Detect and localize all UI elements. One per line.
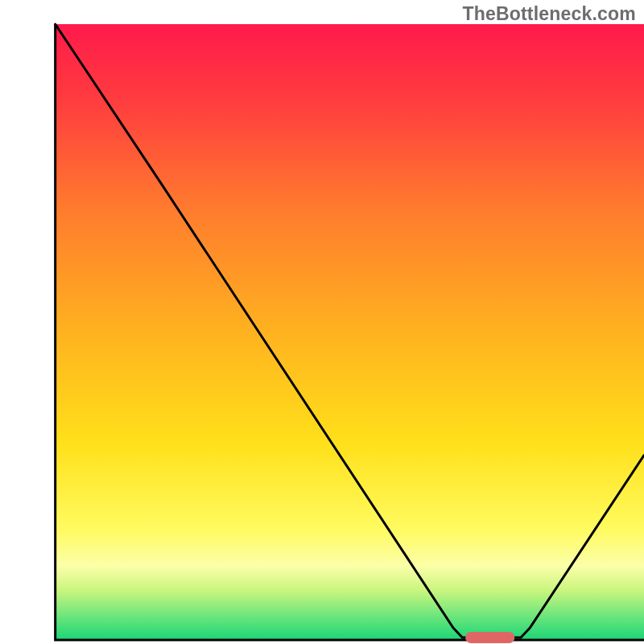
optimal-marker xyxy=(465,632,514,643)
bottleneck-chart xyxy=(0,0,644,644)
chart-container: TheBottleneck.com xyxy=(0,0,644,644)
chart-background xyxy=(56,24,644,640)
